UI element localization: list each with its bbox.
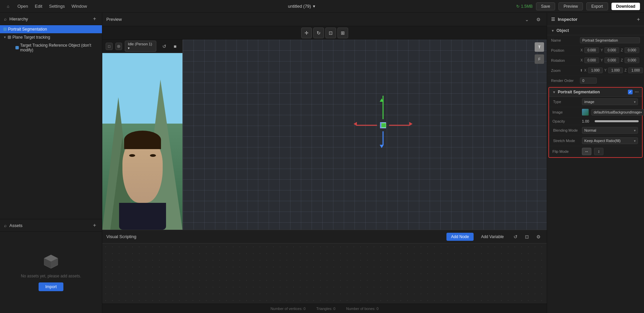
vs-refresh-icon[interactable]: ↺	[511, 232, 520, 241]
collapse-icon[interactable]: ⌄	[523, 15, 531, 24]
preview-idle-selector[interactable]: Idle (Person 1) ▾	[125, 41, 156, 52]
vs-settings-icon[interactable]: ⚙	[534, 232, 543, 241]
inspector-panel: ☰ Inspector + ▼ Object Name Position X Y…	[547, 13, 644, 313]
asset-cube-icon	[43, 254, 59, 270]
opacity-slider-fill	[595, 120, 639, 122]
tree-item-portrait-segmentation[interactable]: Portrait Segmentation	[0, 25, 102, 33]
opacity-property-row: Opacity 1.00	[549, 118, 642, 125]
hierarchy-header: ⌕ Hierarchy +	[0, 13, 102, 25]
position-y-input[interactable]	[604, 47, 619, 53]
preview-panel: □ ◎ Idle (Person 1) ▾ ↺ ■	[102, 40, 183, 230]
collapse-icon: ▼	[3, 36, 6, 39]
name-property-row: Name	[547, 35, 644, 45]
rotation-y-input[interactable]	[604, 57, 619, 63]
add-inspector-item-button[interactable]: +	[637, 16, 640, 23]
flip-vertical-button[interactable]: ↕	[594, 148, 603, 155]
inspector-title: Inspector	[558, 17, 578, 22]
import-button[interactable]: Import	[39, 282, 63, 291]
preview-button[interactable]: Preview	[558, 2, 583, 10]
bone-count: Number of bones: 0	[346, 307, 379, 311]
render-order-input[interactable]	[580, 78, 597, 84]
search-icon[interactable]: ⌕	[4, 223, 7, 228]
export-button[interactable]: Export	[586, 2, 608, 10]
flip-horizontal-button[interactable]: ↔	[582, 148, 591, 155]
save-button[interactable]: Save	[536, 2, 555, 10]
object-section-header[interactable]: ▼ Object	[547, 26, 644, 35]
position-x-input[interactable]	[584, 47, 599, 53]
transform-tool-button[interactable]: ⊞	[337, 28, 348, 38]
tree-item-target-reference[interactable]: Target Tracking Reference Object (don't …	[0, 41, 102, 54]
search-icon[interactable]: ⌕	[4, 16, 7, 21]
zoom-x-input[interactable]	[588, 68, 603, 73]
position-label: Position	[551, 48, 578, 52]
item-icon	[15, 46, 19, 49]
menu-edit[interactable]: Edit	[35, 4, 42, 9]
chevron-down-icon: ▾	[634, 129, 636, 132]
title-text: untitled (79)	[288, 4, 311, 9]
assets-title: Assets	[9, 223, 22, 228]
opacity-slider[interactable]	[595, 120, 639, 122]
portrait-more-icon[interactable]: ⋯	[635, 90, 639, 94]
grid-viewport[interactable]: T F	[183, 40, 547, 230]
hierarchy-title: Hierarchy	[9, 16, 28, 21]
item-icon	[8, 36, 11, 39]
flip-mode-property-row: Flip Mode ↔ ↕	[549, 146, 642, 157]
type-select[interactable]: image ▾	[582, 98, 638, 105]
name-label: Name	[551, 38, 578, 42]
rotate-tool-button[interactable]: ↻	[313, 28, 324, 38]
title-dropdown-icon[interactable]: ▾	[313, 4, 315, 9]
image-select[interactable]: defaultVirtualBackgroundImage ▾	[591, 109, 644, 116]
settings-icon[interactable]: ⚙	[534, 15, 543, 24]
inspector-header: ☰ Inspector +	[547, 13, 644, 26]
tree-item-label: Target Tracking Reference Object (don't …	[20, 43, 99, 52]
download-button[interactable]: Download	[611, 3, 640, 10]
position-coords: X Y Z	[580, 47, 640, 53]
zoom-y-input[interactable]	[608, 68, 623, 73]
canvas-area: □ ◎ Idle (Person 1) ▾ ↺ ■	[102, 40, 547, 230]
vs-toolbar: Visual Scripting Add Node Add Variable ↺…	[102, 230, 547, 243]
menu-settings[interactable]: Settings	[49, 4, 65, 9]
position-property-row: Position X Y Z	[547, 45, 644, 55]
position-z-input[interactable]	[625, 47, 639, 53]
scale-tool-button[interactable]: ⊡	[325, 28, 336, 38]
preview-record-button[interactable]: ◎	[115, 43, 122, 50]
add-variable-button[interactable]: Add Variable	[476, 233, 508, 241]
preview-stop-icon[interactable]: ■	[171, 42, 179, 51]
viewport-toolbar: ✛ ↻ ⊡ ⊞	[102, 26, 547, 40]
image-label: Image	[552, 110, 579, 114]
add-asset-button[interactable]: +	[91, 222, 98, 229]
home-icon[interactable]: ⌂	[4, 2, 12, 10]
name-input[interactable]	[580, 37, 640, 43]
preview-play-button[interactable]: □	[106, 43, 113, 50]
vs-canvas[interactable]	[102, 243, 547, 304]
refresh-icon: ↻	[516, 4, 520, 9]
stretch-value: Keep Aspect Ratio(fill)	[584, 139, 621, 143]
zoom-z-input[interactable]	[628, 68, 643, 73]
tree-item-plane-target[interactable]: ▼ Plane Target tracking	[0, 33, 102, 41]
blending-value: Normal	[584, 128, 596, 132]
portrait-section-title: Portrait Segmentation	[558, 90, 626, 94]
menu-window[interactable]: Window	[71, 4, 87, 9]
preview-refresh-icon[interactable]: ↺	[160, 42, 168, 51]
blending-select[interactable]: Normal ▾	[582, 127, 638, 134]
tree-item-label: Plane Target tracking	[12, 35, 50, 40]
stretch-select[interactable]: Keep Aspect Ratio(fill) ▾	[582, 137, 638, 144]
chevron-down-icon: ▾	[128, 46, 130, 50]
blending-mode-property-row: Blending Mode Normal ▾	[549, 125, 642, 136]
rotation-z-input[interactable]	[625, 57, 639, 63]
rotation-label: Rotation	[551, 58, 578, 62]
render-order-property-row: Render Order	[547, 76, 644, 86]
preview-panel-header: □ ◎ Idle (Person 1) ▾ ↺ ■	[102, 40, 182, 53]
move-tool-button[interactable]: ✛	[301, 28, 312, 38]
portrait-enabled-checkbox[interactable]: ✓	[628, 90, 633, 94]
add-node-button[interactable]: Add Node	[446, 233, 474, 241]
top-bar: ⌂ Open Edit Settings Window untitled (79…	[0, 0, 644, 13]
triangle-count: Triangles: 0	[316, 307, 335, 311]
image-thumbnail	[582, 109, 589, 116]
rotation-x-input[interactable]	[584, 57, 599, 63]
add-hierarchy-item-button[interactable]: +	[91, 15, 98, 22]
assets-panel: ⌕ Assets + No assets yet, please add ass…	[0, 219, 102, 313]
vs-expand-icon[interactable]: ⊡	[523, 232, 531, 241]
menu-open[interactable]: Open	[17, 4, 28, 9]
inspector-menu-icon: ☰	[551, 17, 555, 22]
